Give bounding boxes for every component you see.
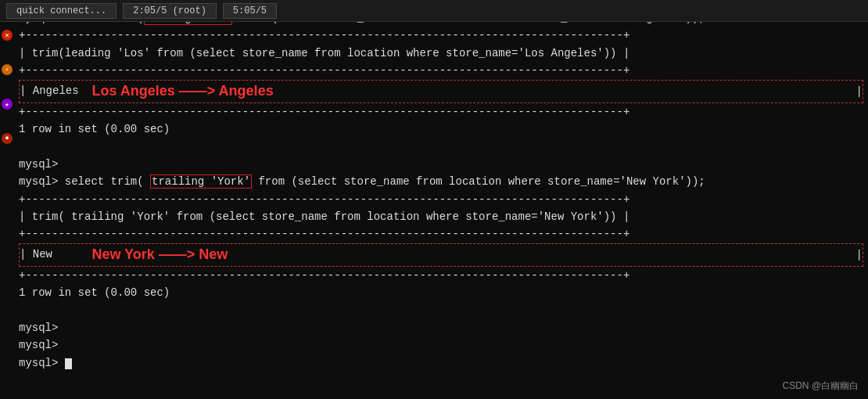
section1-sep1: +---------------------------------------… [19, 27, 863, 44]
terminal-window: quick connect... 2:05/5 (root) 5:05/5 ✕ … [0, 0, 868, 399]
tab-1[interactable]: quick connect... [6, 3, 117, 19]
section1-rowcount: 1 row in set (0.00 sec) [19, 120, 863, 138]
watermark: CSDN @白幽幽白 [782, 379, 859, 393]
section1-result-box: | Angeles Los Angeles ——> Angeles | [19, 80, 863, 103]
tab-2[interactable]: 2:05/5 (root) [123, 3, 217, 19]
footer-line3: mysql> [19, 354, 863, 372]
section1-result-cell: | Angeles [20, 82, 91, 99]
sidebar-icons: ✕ ⚡ ★ ● [0, 22, 14, 144]
section2-result-box: | New New York ——> New | [19, 243, 863, 267]
section2-sep2: +---------------------------------------… [19, 225, 863, 243]
section1-sep2: +---------------------------------------… [19, 62, 863, 79]
section2-result-cell: | New [20, 246, 91, 263]
section2-sep1: +---------------------------------------… [19, 191, 863, 208]
section2-sep3: +---------------------------------------… [19, 267, 863, 284]
blank1 [19, 138, 863, 155]
section1-header: | trim(leading 'Los' from (select store_… [19, 45, 863, 62]
cursor-block [65, 358, 72, 369]
footer-line2: mysql> [19, 336, 863, 354]
top-bar: quick connect... 2:05/5 (root) 5:05/5 [0, 0, 868, 22]
tab-3[interactable]: 5:05/5 [223, 3, 277, 19]
blank2 [19, 301, 863, 318]
section2-command: mysql> select trim( trailing 'York' from… [19, 173, 863, 190]
main-content: mysql> select trim(leading 'Los' from (s… [14, 6, 868, 375]
icon-2: ⚡ [2, 64, 13, 75]
icon-4: ● [2, 133, 13, 144]
section1-sep3: +---------------------------------------… [19, 103, 863, 120]
icon-3: ★ [2, 99, 13, 110]
icon-1: ✕ [2, 30, 13, 41]
section2-rowcount: 1 row in set (0.00 sec) [19, 284, 863, 301]
section2-header: | trim( trailing 'York' from (select sto… [19, 208, 863, 225]
section2-annotation: New York ——> New [91, 246, 228, 263]
highlight-trailing-york: trailing 'York' [150, 174, 252, 189]
section2-blank1: mysql> [19, 156, 863, 173]
section1-annotation: Los Angeles ——> Angeles [91, 83, 273, 99]
footer-line1: mysql> [19, 319, 863, 336]
